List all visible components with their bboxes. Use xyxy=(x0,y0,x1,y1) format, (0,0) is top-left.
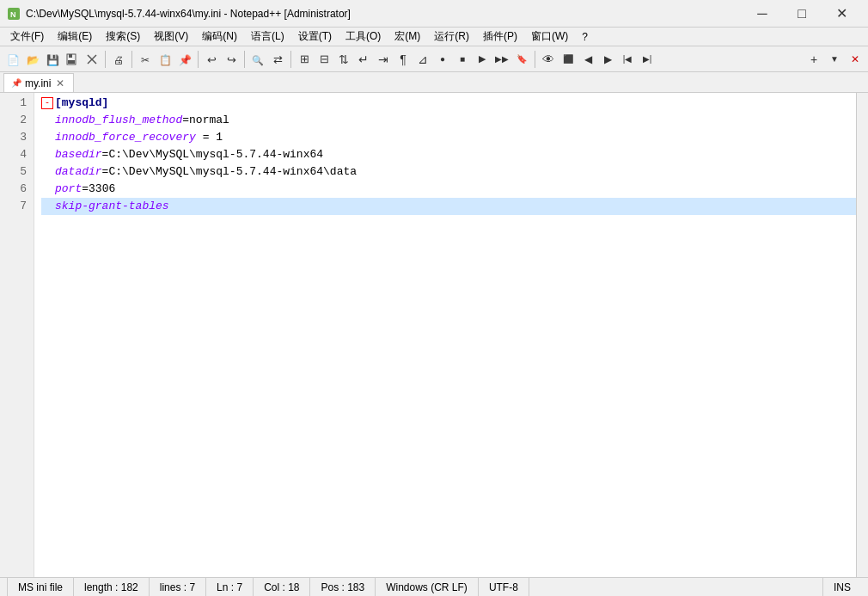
status-ins: INS xyxy=(822,578,861,596)
tab-pin-icon: 📌 xyxy=(11,78,21,88)
code-line-1: -[mysqld] xyxy=(41,95,856,112)
macro-record-button[interactable]: ● xyxy=(433,50,452,69)
menu-macro[interactable]: 宏(M) xyxy=(388,28,427,46)
cut-icon xyxy=(141,52,150,66)
paste-button[interactable] xyxy=(175,50,194,69)
toolbar-close-button[interactable]: ✕ xyxy=(846,50,865,69)
code-equals-4: = xyxy=(102,146,109,163)
toolbar: ⊞ ⊟ ⇅ ↵ ⇥ ¶ ⊿ ● ■ ▶ ▶▶ 🔖 👁 ⬛ ◀ ▶ |◀ ▶| +… xyxy=(0,46,868,72)
code-key-7: skip-grant-tables xyxy=(55,198,169,215)
open-button[interactable] xyxy=(23,50,42,69)
close-button[interactable]: ✕ xyxy=(822,0,861,28)
status-ln: Ln : 7 xyxy=(206,578,254,596)
replace-icon xyxy=(273,52,283,66)
window-title: C:\Dev\MySQL\mysql-5.7.44-winx64\my.ini … xyxy=(26,8,351,20)
zoom-in-button[interactable]: ⊞ xyxy=(295,50,314,69)
edit-toolbar-group xyxy=(136,50,194,69)
doc-end-button[interactable]: ▶| xyxy=(638,50,657,69)
indent-button[interactable]: ⇥ xyxy=(374,50,393,69)
menu-run[interactable]: 运行(R) xyxy=(427,28,476,46)
new-button[interactable] xyxy=(3,50,22,69)
macro-stop-button[interactable]: ■ xyxy=(453,50,472,69)
code-line-2: innodb_flush_method=normal xyxy=(41,112,856,129)
separator-2 xyxy=(131,51,132,68)
separator-6 xyxy=(535,51,535,68)
macro-play-button[interactable]: ▶ xyxy=(473,50,492,69)
print-toolbar-group xyxy=(109,50,128,69)
line-num-7: 7 xyxy=(3,198,27,215)
status-line-ending: Windows (CR LF) xyxy=(376,578,479,596)
redo-button[interactable] xyxy=(222,50,241,69)
menu-bar: 文件(F) 编辑(E) 搜索(S) 视图(V) 编码(N) 语言(L) 设置(T… xyxy=(0,28,868,46)
toolbar-dropdown-button[interactable]: ▼ xyxy=(825,50,844,69)
status-file-type: MS ini file xyxy=(7,578,74,596)
tab-close-button[interactable]: ✕ xyxy=(54,77,66,89)
save-button[interactable] xyxy=(43,50,62,69)
next-button[interactable]: ▶ xyxy=(598,50,617,69)
copy-button[interactable] xyxy=(156,50,174,69)
status-lines: lines : 7 xyxy=(150,578,206,596)
code-key-4: basedir xyxy=(55,146,102,163)
tab-myini[interactable]: 📌 my.ini ✕ xyxy=(3,73,74,92)
code-value-6: 3306 xyxy=(89,181,115,198)
code-area[interactable]: -[mysqld] innodb_flush_method=normal inn… xyxy=(34,93,856,577)
menu-tools[interactable]: 工具(O) xyxy=(339,28,388,46)
tab-bar: 📌 my.ini ✕ xyxy=(0,72,868,93)
minimize-button[interactable]: ─ xyxy=(743,0,782,28)
code-line-7: skip-grant-tables xyxy=(41,198,856,215)
line-num-4: 4 xyxy=(3,146,27,163)
title-bar-left: N C:\Dev\MySQL\mysql-5.7.44-winx64\my.in… xyxy=(7,7,351,21)
status-length: length : 182 xyxy=(74,578,150,596)
title-bar: N C:\Dev\MySQL\mysql-5.7.44-winx64\my.in… xyxy=(0,0,868,28)
menu-encoding[interactable]: 编码(N) xyxy=(195,28,244,46)
misc-toolbar-group: ⊞ ⊟ ⇅ ↵ ⇥ ¶ ⊿ ● ■ ▶ ▶▶ 🔖 xyxy=(295,50,531,69)
replace-button[interactable] xyxy=(268,50,287,69)
svg-rect-4 xyxy=(68,60,75,64)
menu-search[interactable]: 搜索(S) xyxy=(99,28,147,46)
format-button[interactable]: ¶ xyxy=(394,50,413,69)
close-file-icon xyxy=(85,52,99,66)
file-toolbar-group xyxy=(3,50,101,69)
save-all-icon xyxy=(65,52,79,66)
menu-window[interactable]: 窗口(W) xyxy=(524,28,575,46)
cut-button[interactable] xyxy=(136,50,155,69)
sync-button[interactable]: ⇅ xyxy=(334,50,353,69)
editor-container: 1 2 3 4 5 6 7 -[mysqld] innodb_flush_met… xyxy=(0,93,868,577)
macro-run-button[interactable]: ▶▶ xyxy=(492,50,511,69)
monitor-button[interactable]: 👁 xyxy=(539,50,558,69)
bookmark-button[interactable]: ⊿ xyxy=(413,50,432,69)
print-button[interactable] xyxy=(109,50,128,69)
undo-button[interactable] xyxy=(202,50,221,69)
find-button[interactable] xyxy=(248,50,267,69)
menu-view[interactable]: 视图(V) xyxy=(147,28,195,46)
line-num-1: 1 xyxy=(3,95,27,112)
menu-language[interactable]: 语言(L) xyxy=(244,28,291,46)
menu-file[interactable]: 文件(F) xyxy=(3,28,51,46)
status-bar: MS ini file length : 182 lines : 7 Ln : … xyxy=(0,577,868,596)
find-icon xyxy=(252,52,264,66)
menu-settings[interactable]: 设置(T) xyxy=(291,28,339,46)
save-all-button[interactable] xyxy=(63,50,82,69)
menu-edit[interactable]: 编辑(E) xyxy=(51,28,99,46)
code-section-1: [mysqld] xyxy=(55,95,108,112)
toolbar-add-button[interactable]: + xyxy=(804,50,823,69)
wrap-button[interactable]: ↵ xyxy=(354,50,373,69)
print-icon xyxy=(113,52,124,66)
extra-toolbar-group: 👁 ⬛ ◀ ▶ |◀ ▶| xyxy=(539,50,657,69)
stop-monitor-button[interactable]: ⬛ xyxy=(559,50,578,69)
vertical-scrollbar[interactable] xyxy=(856,93,868,577)
code-value-3: 1 xyxy=(216,129,223,146)
doc-start-button[interactable]: |◀ xyxy=(618,50,637,69)
fold-button-1[interactable]: - xyxy=(41,97,53,109)
prev-button[interactable]: ◀ xyxy=(578,50,597,69)
menu-plugins[interactable]: 插件(P) xyxy=(476,28,524,46)
line-num-3: 3 xyxy=(3,129,27,146)
macro-save-button[interactable]: 🔖 xyxy=(512,50,531,69)
menu-help[interactable]: ? xyxy=(575,29,595,45)
paste-icon xyxy=(179,52,192,66)
zoom-out-button[interactable]: ⊟ xyxy=(315,50,333,69)
code-equals-2: = xyxy=(182,112,189,129)
code-value-4: C:\Dev\MySQL\mysql-5.7.44-winx64 xyxy=(108,146,323,163)
maximize-button[interactable]: □ xyxy=(782,0,822,28)
close-file-button[interactable] xyxy=(83,50,101,69)
